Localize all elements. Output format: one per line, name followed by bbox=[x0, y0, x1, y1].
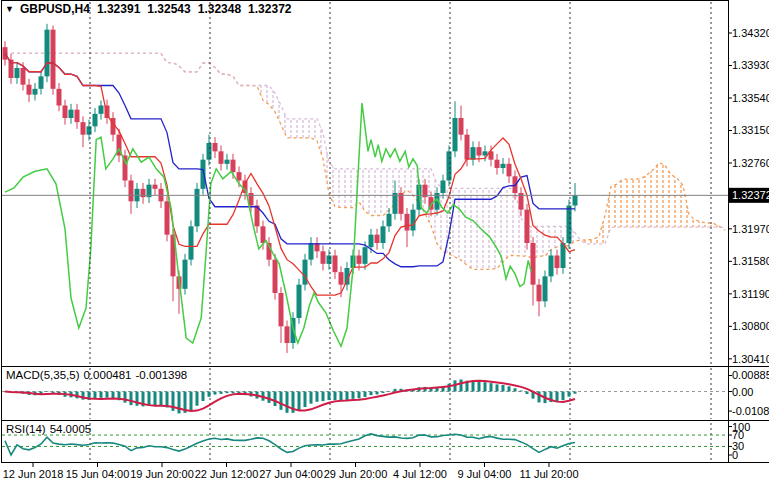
macd-histogram-bar bbox=[472, 381, 475, 392]
candle-body bbox=[339, 272, 344, 285]
candle-body bbox=[297, 285, 302, 318]
macd-panel[interactable] bbox=[2, 380, 728, 414]
price-axis-label: 1.31190 bbox=[732, 288, 769, 300]
candle-body bbox=[447, 151, 452, 180]
macd-histogram-bar bbox=[526, 392, 529, 394]
rsi-name: RSI(14) bbox=[6, 423, 46, 435]
rsi-panel[interactable] bbox=[2, 434, 728, 455]
macd-histogram-bar bbox=[346, 392, 349, 401]
main-panel[interactable] bbox=[3, 24, 726, 353]
candle-body bbox=[441, 180, 446, 193]
macd-histogram-bar bbox=[316, 392, 319, 402]
macd-histogram-bar bbox=[514, 388, 517, 391]
macd-histogram-bar bbox=[304, 392, 307, 408]
candle-body bbox=[279, 293, 284, 326]
macd-histogram-bar bbox=[358, 392, 361, 399]
candle-body bbox=[399, 193, 404, 214]
rsi-axis[interactable]: 10070300 bbox=[728, 421, 750, 462]
macd-histogram-bar bbox=[196, 392, 199, 406]
macd-indicator-label: MACD(5,35,5)0.000481-0.001398 bbox=[6, 369, 191, 381]
current-price-label: 1.32372 bbox=[732, 189, 769, 201]
candle-body bbox=[495, 160, 500, 168]
macd-histogram-bar bbox=[520, 391, 523, 392]
macd-histogram-bar bbox=[100, 392, 103, 398]
candle-body bbox=[39, 76, 44, 88]
candle-body bbox=[207, 143, 212, 160]
macd-histogram-bar bbox=[448, 384, 451, 392]
macd-histogram-bar bbox=[46, 391, 49, 392]
candle-body bbox=[393, 193, 398, 214]
macd-histogram-bar bbox=[268, 392, 271, 403]
macd-axis-label: 0.00 bbox=[732, 386, 753, 398]
macd-histogram-bar bbox=[328, 392, 331, 401]
macd-histogram-bar bbox=[484, 382, 487, 391]
candle-body bbox=[27, 85, 32, 95]
price-axis-label: 1.31970 bbox=[732, 223, 769, 235]
candle-body bbox=[33, 89, 38, 95]
candle-body bbox=[333, 255, 338, 272]
candle-body bbox=[273, 260, 278, 293]
candle-body bbox=[75, 110, 80, 122]
candle-body bbox=[567, 205, 572, 242]
candle-body bbox=[237, 172, 242, 180]
rsi-value: 54.0005 bbox=[50, 423, 92, 435]
candle-body bbox=[63, 105, 68, 117]
price-axis-label: 1.33540 bbox=[732, 92, 769, 104]
macd-histogram-bar bbox=[370, 392, 373, 396]
chart-canvas[interactable]: 1.343201.339301.335401.331501.327601.319… bbox=[0, 0, 769, 490]
candle-body bbox=[555, 255, 560, 268]
macd-histogram-bar bbox=[280, 392, 283, 410]
candle-body bbox=[285, 326, 290, 343]
candle-body bbox=[141, 189, 146, 197]
price-axis-label: 1.33150 bbox=[732, 124, 769, 136]
macd-histogram-bar bbox=[460, 380, 463, 392]
candle-body bbox=[183, 260, 188, 289]
macd-histogram-bar bbox=[310, 392, 313, 404]
macd-axis-label: -0.010823 bbox=[732, 405, 769, 417]
macd-histogram-bar bbox=[502, 385, 505, 391]
macd-histogram-bar bbox=[154, 392, 157, 406]
rsi-line bbox=[5, 434, 575, 455]
macd-name: MACD(5,35,5) bbox=[6, 369, 80, 381]
macd-histogram-bar bbox=[274, 392, 277, 407]
candle-body bbox=[537, 285, 542, 302]
macd-histogram-bar bbox=[496, 384, 499, 391]
candle-body bbox=[405, 214, 410, 231]
macd-histogram-bar bbox=[220, 392, 223, 394]
symbol-dropdown-icon: ▼ bbox=[5, 4, 14, 14]
candle-body bbox=[411, 210, 416, 231]
price-axis[interactable]: 1.343201.339301.335401.331501.327601.319… bbox=[728, 27, 769, 365]
macd-histogram-bar bbox=[232, 392, 235, 394]
time-axis-label: 29 Jun 20:00 bbox=[324, 468, 388, 480]
candle-body bbox=[501, 164, 506, 168]
candle-body bbox=[507, 164, 512, 177]
candle-body bbox=[375, 235, 380, 243]
macd-axis[interactable]: 0.0088530.00-0.010823 bbox=[728, 369, 769, 417]
price-axis-label: 1.30410 bbox=[732, 353, 769, 365]
macd-histogram-bar bbox=[214, 392, 217, 395]
macd-histogram-bar bbox=[106, 392, 109, 398]
macd-histogram-bar bbox=[382, 392, 385, 393]
candle-body bbox=[129, 180, 134, 201]
candle-body bbox=[327, 255, 332, 263]
macd-histogram-bar bbox=[340, 392, 343, 401]
candle-body bbox=[303, 260, 308, 285]
macd-histogram-bar bbox=[112, 392, 115, 399]
symbol-period-label: GBPUSD,H4 bbox=[20, 2, 90, 16]
candle-body bbox=[531, 243, 536, 285]
candle-body bbox=[477, 147, 482, 155]
candle-body bbox=[573, 195, 578, 205]
time-axis[interactable]: 12 Jun 201815 Jun 04:0019 Jun 20:0022 Ju… bbox=[3, 463, 579, 480]
macd-histogram-bar bbox=[364, 392, 367, 397]
candle-body bbox=[465, 135, 470, 160]
macd-histogram-bar bbox=[322, 392, 325, 402]
candle-body bbox=[543, 276, 548, 301]
chart-title: ▼GBPUSD,H41.323911.325431.323481.32372 bbox=[5, 2, 292, 16]
macd-histogram-bar bbox=[352, 392, 355, 399]
macd-histogram-bar bbox=[574, 392, 577, 394]
candle-body bbox=[45, 30, 50, 77]
rsi-axis-label: 0 bbox=[732, 449, 738, 461]
macd-histogram-bar bbox=[334, 392, 337, 401]
price-axis-label: 1.33930 bbox=[732, 59, 769, 71]
rsi-indicator-label: RSI(14)54.0005 bbox=[6, 423, 95, 435]
